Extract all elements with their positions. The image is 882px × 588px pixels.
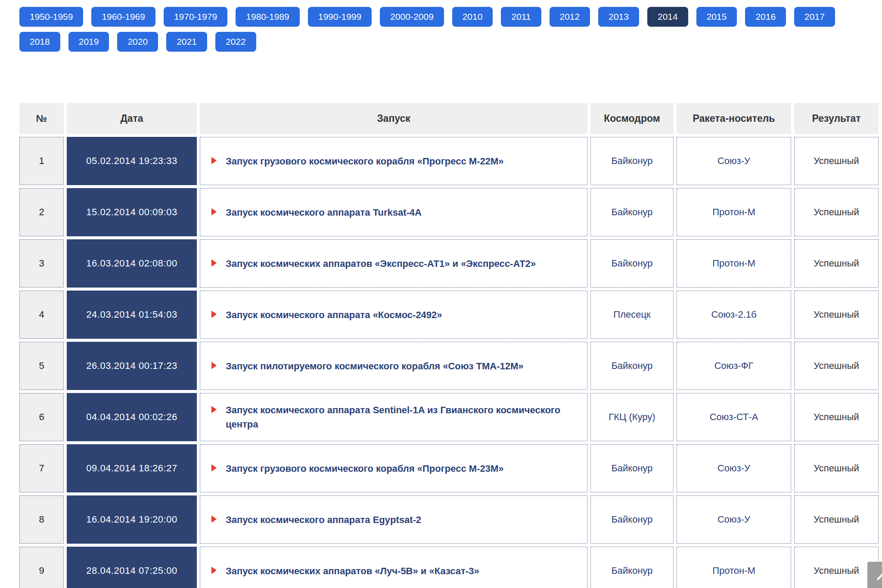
cosmodrome-cell: ГКЦ (Куру) xyxy=(590,393,674,441)
rocket-cell: Союз-СТ-А xyxy=(677,393,791,441)
launch-title-link[interactable]: Запуск грузового космического корабля «П… xyxy=(226,154,504,168)
launch-cell: Запуск космического аппарата Turksat-4A xyxy=(200,188,587,236)
cosmodrome-cell: Байконур xyxy=(590,547,674,588)
table-body: 105.02.2014 19:23:33Запуск грузового кос… xyxy=(19,137,879,588)
year-filter-2019[interactable]: 2019 xyxy=(68,32,109,52)
row-number-cell: 1 xyxy=(19,137,64,185)
rocket-cell: Союз-2.1б xyxy=(677,291,791,339)
year-filter-1980-1989[interactable]: 1980-1989 xyxy=(236,7,299,27)
launch-date-cell: 26.03.2014 00:17:23 xyxy=(67,342,197,390)
red-play-icon xyxy=(211,516,217,523)
row-number-cell: 9 xyxy=(19,547,64,588)
launch-date-cell: 28.04.2014 07:25:00 xyxy=(67,547,197,588)
launch-title-link[interactable]: Запуск космического аппарата Turksat-4A xyxy=(226,205,422,220)
table-row: 105.02.2014 19:23:33Запуск грузового кос… xyxy=(19,137,879,185)
launch-cell: Запуск пилотируемого космического корабл… xyxy=(200,342,587,390)
result-cell: Успешный xyxy=(794,291,879,339)
row-number-cell: 4 xyxy=(19,291,64,339)
year-filter-2014[interactable]: 2014 xyxy=(647,7,688,27)
launch-date-cell: 09.04.2014 18:26:27 xyxy=(67,444,197,492)
year-filter-2000-2009[interactable]: 2000-2009 xyxy=(380,7,444,27)
rocket-cell: Союз-У xyxy=(677,444,791,492)
arrow-up-icon xyxy=(876,569,882,584)
result-cell: Успешный xyxy=(794,495,879,544)
launch-title-link[interactable]: Запуск космических аппаратов «Луч-5В» и … xyxy=(226,564,479,578)
launch-date-cell: 04.04.2014 00:02:26 xyxy=(67,393,197,441)
result-cell: Успешный xyxy=(794,137,879,185)
launch-cell: Запуск космических аппаратов «Экспресс-А… xyxy=(200,239,587,288)
launch-date-cell: 24.03.2014 01:54:03 xyxy=(67,291,197,339)
result-cell: Успешный xyxy=(794,444,879,492)
year-filter-2022[interactable]: 2022 xyxy=(215,32,256,52)
year-filter-2020[interactable]: 2020 xyxy=(117,32,158,52)
row-number-cell: 2 xyxy=(19,188,64,236)
table-row: 604.04.2014 00:02:26Запуск космического … xyxy=(19,393,879,441)
row-number-cell: 5 xyxy=(19,342,64,390)
launch-cell: Запуск космических аппаратов «Луч-5В» и … xyxy=(200,547,587,588)
cosmodrome-cell: Байконур xyxy=(590,239,674,288)
year-filter-2012[interactable]: 2012 xyxy=(550,7,590,27)
rocket-cell: Протон-М xyxy=(677,239,791,288)
launch-date-cell: 15.02.2014 00:09:03 xyxy=(67,188,197,236)
column-header: Ракета-носитель xyxy=(677,103,791,134)
launch-title-link[interactable]: Запуск грузового космического корабля «П… xyxy=(226,461,504,476)
year-filter-1990-1999[interactable]: 1990-1999 xyxy=(308,7,372,27)
red-play-icon xyxy=(211,157,217,164)
row-number-cell: 3 xyxy=(19,239,64,288)
launch-cell: Запуск космического аппарата «Космос-249… xyxy=(200,291,587,339)
cosmodrome-cell: Байконур xyxy=(590,137,674,185)
launch-title-link[interactable]: Запуск космического аппарата Sentinel-1A… xyxy=(226,403,578,431)
cosmodrome-cell: Байконур xyxy=(590,188,674,236)
result-cell: Успешный xyxy=(794,188,879,236)
year-filter-2011[interactable]: 2011 xyxy=(501,7,541,27)
year-filter-2010[interactable]: 2010 xyxy=(452,7,493,27)
scroll-to-top-button[interactable] xyxy=(867,562,882,588)
row-number-cell: 6 xyxy=(19,393,64,441)
table-row: 526.03.2014 00:17:23Запуск пилотируемого… xyxy=(19,342,879,390)
red-play-icon xyxy=(211,208,217,216)
launches-table: №ДатаЗапускКосмодромРакета-носительРезул… xyxy=(16,100,882,588)
column-header: № xyxy=(19,103,64,134)
row-number-cell: 7 xyxy=(19,444,64,492)
launch-title-link[interactable]: Запуск космических аппаратов «Экспресс-А… xyxy=(226,257,536,271)
red-play-icon xyxy=(211,362,217,369)
launch-date-cell: 16.03.2014 02:08:00 xyxy=(67,239,197,288)
year-filter-2018[interactable]: 2018 xyxy=(19,32,60,52)
rocket-cell: Союз-У xyxy=(677,137,791,185)
year-filter-2015[interactable]: 2015 xyxy=(696,7,737,27)
launch-cell: Запуск грузового космического корабля «П… xyxy=(200,444,587,492)
cosmodrome-cell: Байконур xyxy=(590,495,674,544)
year-filter-2017[interactable]: 2017 xyxy=(794,7,835,27)
year-filter-2016[interactable]: 2016 xyxy=(745,7,786,27)
cosmodrome-cell: Байконур xyxy=(590,444,674,492)
year-filter-2021[interactable]: 2021 xyxy=(166,32,207,52)
launch-cell: Запуск космического аппарата Sentinel-1A… xyxy=(200,393,587,441)
rocket-cell: Протон-М xyxy=(677,547,791,588)
red-play-icon xyxy=(211,464,217,472)
table-row: 424.03.2014 01:54:03Запуск космического … xyxy=(19,291,879,339)
red-play-icon xyxy=(211,260,217,267)
column-header: Дата xyxy=(67,103,197,134)
launch-title-link[interactable]: Запуск космического аппарата «Космос-249… xyxy=(226,308,442,322)
table-row: 215.02.2014 00:09:03Запуск космического … xyxy=(19,188,879,236)
launch-title-link[interactable]: Запуск космического аппарата Egyptsat-2 xyxy=(226,513,421,527)
cosmodrome-cell: Байконур xyxy=(590,342,674,390)
table-header-row: №ДатаЗапускКосмодромРакета-носительРезул… xyxy=(19,103,879,134)
rocket-cell: Протон-М xyxy=(677,188,791,236)
result-cell: Успешный xyxy=(794,547,879,588)
result-cell: Успешный xyxy=(794,239,879,288)
column-header: Космодром xyxy=(590,103,674,134)
year-filter-2013[interactable]: 2013 xyxy=(598,7,639,27)
launch-date-cell: 16.04.2014 19:20:00 xyxy=(67,495,197,544)
red-play-icon xyxy=(211,311,217,318)
year-filter-1950-1959[interactable]: 1950-1959 xyxy=(19,7,83,27)
year-filter-1960-1969[interactable]: 1960-1969 xyxy=(91,7,155,27)
launch-title-link[interactable]: Запуск пилотируемого космического корабл… xyxy=(226,359,524,373)
table-row: 816.04.2014 19:20:00Запуск космического … xyxy=(19,495,879,544)
year-filter-1970-1979[interactable]: 1970-1979 xyxy=(164,7,227,27)
rocket-cell: Союз-У xyxy=(677,495,791,544)
cosmodrome-cell: Плесецк xyxy=(590,291,674,339)
year-filters: 1950-19591960-19691970-19791980-19891990… xyxy=(0,0,863,57)
red-play-icon xyxy=(211,406,217,413)
column-header: Результат xyxy=(794,103,879,134)
